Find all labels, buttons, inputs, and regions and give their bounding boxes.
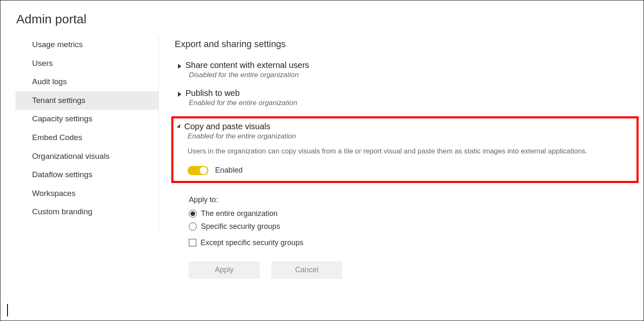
setting-publish-web-status: Enabled for the entire organization bbox=[189, 99, 639, 107]
setting-share-external-title: Share content with external users bbox=[185, 60, 309, 70]
radio-entire-organization-label: The entire organization bbox=[201, 209, 278, 218]
radio-specific-groups[interactable]: Specific security groups bbox=[189, 222, 639, 231]
setting-share-external: Share content with external users Disabl… bbox=[175, 60, 639, 79]
sidebar-item-embed-codes[interactable]: Embed Codes bbox=[15, 128, 158, 147]
sidebar-item-audit-logs[interactable]: Audit logs bbox=[15, 73, 158, 91]
sidebar: Usage metrics Users Audit logs Tenant se… bbox=[0, 30, 159, 279]
setting-publish-web-title: Publish to web bbox=[185, 88, 240, 98]
setting-copy-paste-title: Copy and paste visuals bbox=[184, 122, 271, 131]
radio-icon-selected bbox=[189, 210, 197, 218]
sidebar-item-users[interactable]: Users bbox=[15, 54, 158, 73]
setting-copy-paste-status: Enabled for the entire organization bbox=[188, 132, 633, 140]
sidebar-item-usage-metrics[interactable]: Usage metrics bbox=[15, 35, 158, 54]
checkbox-except-groups[interactable]: Except specific security groups bbox=[189, 238, 639, 247]
setting-copy-paste-description: Users in the organization can copy visua… bbox=[188, 146, 633, 157]
setting-share-external-header[interactable]: Share content with external users bbox=[178, 60, 639, 70]
enabled-toggle[interactable] bbox=[188, 166, 208, 175]
text-caret bbox=[7, 304, 8, 316]
sidebar-item-capacity-settings[interactable]: Capacity settings bbox=[15, 110, 158, 128]
sidebar-item-workspaces[interactable]: Workspaces bbox=[15, 184, 158, 203]
sidebar-item-custom-branding[interactable]: Custom branding bbox=[15, 203, 158, 221]
setting-copy-paste-header[interactable]: Copy and paste visuals bbox=[177, 122, 633, 131]
chevron-down-icon bbox=[177, 124, 180, 128]
main-panel: Export and sharing settings Share conten… bbox=[159, 30, 644, 279]
apply-to-section: Apply to: The entire organization Specif… bbox=[189, 196, 639, 247]
apply-to-label: Apply to: bbox=[189, 196, 639, 204]
apply-button[interactable]: Apply bbox=[189, 261, 260, 279]
setting-share-external-status: Disabled for the entire organization bbox=[189, 71, 639, 79]
checkbox-icon-unchecked bbox=[189, 239, 196, 246]
page-title: Admin portal bbox=[0, 0, 644, 30]
toggle-knob bbox=[200, 167, 207, 174]
checkbox-except-groups-label: Except specific security groups bbox=[200, 238, 303, 247]
section-title: Export and sharing settings bbox=[175, 39, 639, 50]
toggle-label: Enabled bbox=[215, 166, 243, 175]
cancel-button[interactable]: Cancel bbox=[271, 261, 342, 279]
sidebar-item-organizational-visuals[interactable]: Organizational visuals bbox=[15, 147, 158, 166]
setting-publish-web: Publish to web Enabled for the entire or… bbox=[175, 88, 639, 107]
radio-entire-organization[interactable]: The entire organization bbox=[189, 209, 639, 218]
chevron-right-icon bbox=[178, 92, 181, 97]
chevron-right-icon bbox=[178, 64, 181, 69]
sidebar-item-tenant-settings[interactable]: Tenant settings bbox=[15, 91, 158, 110]
sidebar-item-dataflow-settings[interactable]: Dataflow settings bbox=[15, 166, 158, 184]
radio-icon-unselected bbox=[189, 223, 197, 231]
setting-publish-web-header[interactable]: Publish to web bbox=[178, 88, 639, 98]
highlighted-setting: Copy and paste visuals Enabled for the e… bbox=[171, 116, 639, 183]
radio-specific-groups-label: Specific security groups bbox=[201, 222, 280, 231]
